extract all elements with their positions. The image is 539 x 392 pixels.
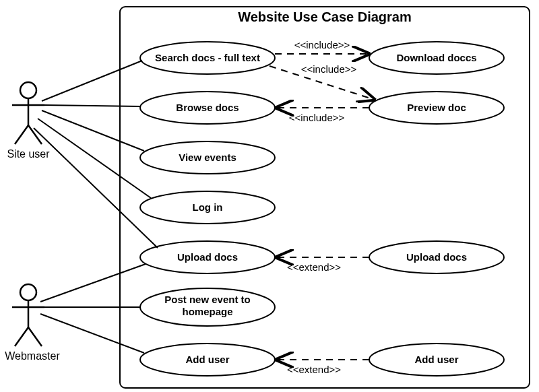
usecase-search: Search docs - full text (140, 42, 275, 74)
usecase-view-events: View events (140, 141, 275, 174)
svg-line-28 (40, 314, 144, 353)
usecase-upload-ext-label: Upload docs (406, 251, 467, 263)
usecase-browse: Browse docs (140, 92, 275, 124)
stick-figure-icon (12, 82, 44, 144)
usecase-post-event-label-2: homepage (182, 306, 232, 317)
assoc-webmaster (40, 264, 146, 353)
assoc-site-user (34, 61, 158, 248)
svg-point-0 (20, 82, 36, 98)
dep-search-download: <<include>> (275, 39, 369, 54)
dep-search-preview-label: <<include>> (301, 63, 357, 75)
usecase-upload: Upload docs (140, 241, 275, 273)
diagram-title: Website Use Case Diagram (238, 9, 412, 24)
usecase-preview-label: Preview doc (407, 102, 466, 113)
stick-figure-icon (12, 284, 44, 346)
usecase-add-user-label: Add user (185, 354, 229, 365)
usecase-login: Log in (140, 191, 275, 224)
dep-search-preview: <<include>> (270, 63, 375, 100)
actor-webmaster: Webmaster (5, 284, 60, 362)
svg-line-9 (28, 327, 42, 346)
dep-adduser-extend-label: <<extend>> (287, 364, 341, 375)
use-case-diagram: Website Use Case Diagram Site user Webma… (0, 0, 539, 392)
usecase-add-user: Add user (140, 344, 275, 376)
dep-preview-browse: <<include>> (276, 108, 369, 123)
usecase-preview: Preview doc (369, 92, 504, 124)
usecase-upload-ext: Upload docs (369, 241, 504, 273)
usecase-browse-label: Browse docs (176, 102, 239, 113)
usecase-download: Download doccs (369, 42, 504, 74)
dep-adduser-extend: <<extend>> (276, 360, 369, 375)
usecase-view-events-label: View events (179, 152, 236, 163)
usecase-add-user-ext: Add user (369, 344, 504, 376)
dep-upload-extend-label: <<extend>> (287, 261, 341, 273)
svg-line-8 (15, 327, 28, 346)
usecase-upload-label: Upload docs (177, 251, 238, 263)
actor-webmaster-label: Webmaster (5, 350, 60, 362)
svg-line-21 (42, 61, 142, 101)
svg-line-26 (40, 264, 146, 302)
svg-line-22 (44, 105, 141, 106)
actor-site-user: Site user (7, 82, 50, 160)
usecase-search-label: Search docs - full text (155, 52, 260, 63)
usecase-post-event-label-1: Post new event to (164, 294, 251, 305)
svg-line-3 (15, 125, 28, 144)
svg-line-25 (34, 128, 158, 248)
dep-search-download-label: <<include>> (294, 39, 350, 51)
usecase-download-label: Download doccs (396, 52, 476, 63)
usecase-login-label: Log in (193, 201, 223, 213)
actor-site-user-label: Site user (7, 148, 50, 160)
svg-point-5 (20, 284, 36, 300)
dep-preview-browse-label: <<include>> (289, 112, 345, 123)
usecase-add-user-ext-label: Add user (414, 354, 458, 365)
svg-line-23 (42, 110, 144, 151)
usecase-post-event: Post new event to homepage (140, 288, 275, 326)
dep-upload-extend: <<extend>> (276, 257, 369, 273)
